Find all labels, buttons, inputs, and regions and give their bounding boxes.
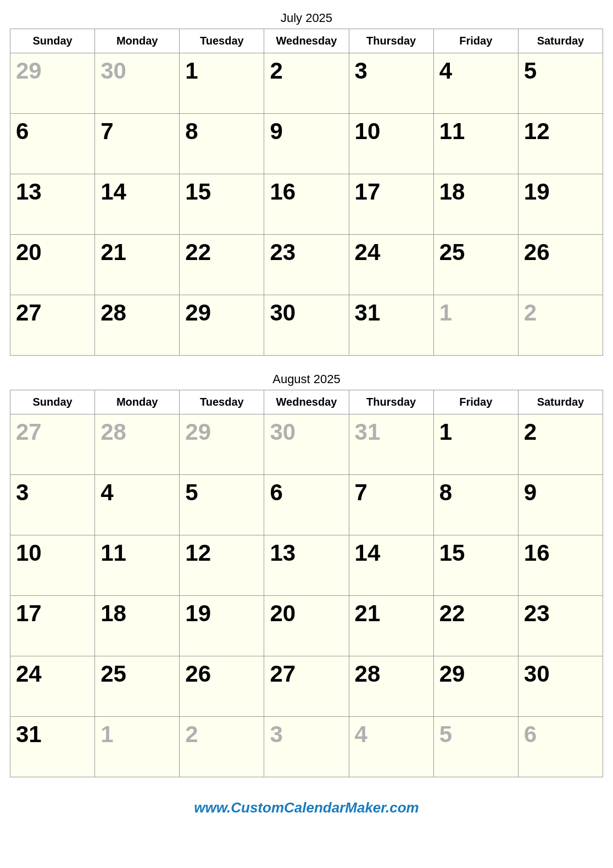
week-row: 3456789 bbox=[10, 475, 603, 535]
calendar-day: 12 bbox=[180, 535, 264, 596]
calendar-day: 9 bbox=[264, 114, 349, 174]
calendar-day: 22 bbox=[433, 596, 518, 656]
calendar-day: 2 bbox=[518, 295, 603, 356]
col-header-tuesday: Tuesday bbox=[180, 29, 264, 53]
calendar-day: 23 bbox=[518, 596, 603, 656]
calendar-day: 3 bbox=[264, 717, 349, 777]
calendar-day: 19 bbox=[180, 596, 264, 656]
week-row: 13141516171819 bbox=[10, 174, 603, 235]
calendar-day: 5 bbox=[180, 475, 264, 535]
calendar-day: 17 bbox=[349, 174, 433, 235]
calendar-day: 7 bbox=[95, 114, 180, 174]
calendar-day: 27 bbox=[10, 295, 95, 356]
website-link[interactable]: www.CustomCalendarMaker.com bbox=[194, 799, 419, 816]
calendar-day: 26 bbox=[180, 656, 264, 717]
calendar-day: 29 bbox=[10, 53, 95, 114]
col-header-tuesday: Tuesday bbox=[180, 390, 264, 414]
august-table: SundayMondayTuesdayWednesdayThursdayFrid… bbox=[10, 390, 603, 777]
col-header-saturday: Saturday bbox=[518, 29, 603, 53]
calendar-day: 21 bbox=[95, 235, 180, 295]
calendar-day: 1 bbox=[180, 53, 264, 114]
col-header-thursday: Thursday bbox=[349, 390, 433, 414]
calendar-day: 16 bbox=[264, 174, 349, 235]
calendar-day: 2 bbox=[180, 717, 264, 777]
calendar-day: 12 bbox=[518, 114, 603, 174]
calendar-day: 27 bbox=[10, 414, 95, 475]
calendar-day: 3 bbox=[349, 53, 433, 114]
calendar-day: 1 bbox=[433, 414, 518, 475]
july-header: SundayMondayTuesdayWednesdayThursdayFrid… bbox=[10, 29, 603, 53]
calendar-day: 28 bbox=[95, 414, 180, 475]
calendar-day: 31 bbox=[349, 295, 433, 356]
calendar-day: 15 bbox=[180, 174, 264, 235]
calendar-day: 10 bbox=[349, 114, 433, 174]
july-calendar: July 2025 SundayMondayTuesdayWednesdayTh… bbox=[10, 11, 603, 356]
calendar-day: 6 bbox=[264, 475, 349, 535]
calendar-day: 22 bbox=[180, 235, 264, 295]
calendar-day: 30 bbox=[518, 656, 603, 717]
august-header: SundayMondayTuesdayWednesdayThursdayFrid… bbox=[10, 390, 603, 414]
calendar-day: 25 bbox=[433, 235, 518, 295]
col-header-sunday: Sunday bbox=[10, 29, 95, 53]
calendar-day: 8 bbox=[180, 114, 264, 174]
calendar-day: 25 bbox=[95, 656, 180, 717]
calendar-day: 29 bbox=[180, 295, 264, 356]
calendar-day: 26 bbox=[518, 235, 603, 295]
calendar-day: 23 bbox=[264, 235, 349, 295]
calendar-day: 14 bbox=[95, 174, 180, 235]
calendar-day: 24 bbox=[10, 656, 95, 717]
week-row: 272829303112 bbox=[10, 414, 603, 475]
august-calendar: August 2025 SundayMondayTuesdayWednesday… bbox=[10, 372, 603, 777]
july-table: SundayMondayTuesdayWednesdayThursdayFrid… bbox=[10, 29, 603, 356]
col-header-saturday: Saturday bbox=[518, 390, 603, 414]
week-row: 293012345 bbox=[10, 53, 603, 114]
calendar-day: 10 bbox=[10, 535, 95, 596]
calendar-day: 3 bbox=[10, 475, 95, 535]
calendar-day: 1 bbox=[433, 295, 518, 356]
calendar-day: 8 bbox=[433, 475, 518, 535]
july-body: 2930123456789101112131415161718192021222… bbox=[10, 53, 603, 356]
col-header-sunday: Sunday bbox=[10, 390, 95, 414]
calendar-day: 31 bbox=[349, 414, 433, 475]
calendar-day: 16 bbox=[518, 535, 603, 596]
calendar-day: 14 bbox=[349, 535, 433, 596]
week-row: 31123456 bbox=[10, 717, 603, 777]
calendar-day: 30 bbox=[264, 414, 349, 475]
calendar-day: 29 bbox=[180, 414, 264, 475]
week-row: 6789101112 bbox=[10, 114, 603, 174]
calendar-day: 21 bbox=[349, 596, 433, 656]
calendar-day: 13 bbox=[10, 174, 95, 235]
calendar-day: 30 bbox=[264, 295, 349, 356]
calendar-day: 4 bbox=[433, 53, 518, 114]
calendar-day: 9 bbox=[518, 475, 603, 535]
calendar-day: 18 bbox=[433, 174, 518, 235]
calendar-day: 19 bbox=[518, 174, 603, 235]
calendar-day: 11 bbox=[433, 114, 518, 174]
calendar-day: 29 bbox=[433, 656, 518, 717]
calendar-day: 7 bbox=[349, 475, 433, 535]
calendar-day: 28 bbox=[95, 295, 180, 356]
calendar-day: 4 bbox=[349, 717, 433, 777]
calendar-day: 13 bbox=[264, 535, 349, 596]
july-title: July 2025 bbox=[10, 11, 603, 25]
week-row: 272829303112 bbox=[10, 295, 603, 356]
calendar-day: 15 bbox=[433, 535, 518, 596]
col-header-friday: Friday bbox=[433, 390, 518, 414]
calendar-day: 5 bbox=[518, 53, 603, 114]
calendar-day: 17 bbox=[10, 596, 95, 656]
calendar-day: 6 bbox=[518, 717, 603, 777]
calendar-day: 28 bbox=[349, 656, 433, 717]
calendar-day: 30 bbox=[95, 53, 180, 114]
calendar-day: 2 bbox=[264, 53, 349, 114]
calendar-day: 20 bbox=[10, 235, 95, 295]
col-header-wednesday: Wednesday bbox=[264, 29, 349, 53]
calendar-day: 6 bbox=[10, 114, 95, 174]
week-row: 24252627282930 bbox=[10, 656, 603, 717]
week-row: 20212223242526 bbox=[10, 235, 603, 295]
calendar-day: 2 bbox=[518, 414, 603, 475]
calendar-day: 20 bbox=[264, 596, 349, 656]
week-row: 10111213141516 bbox=[10, 535, 603, 596]
col-header-monday: Monday bbox=[95, 390, 180, 414]
col-header-thursday: Thursday bbox=[349, 29, 433, 53]
calendar-day: 24 bbox=[349, 235, 433, 295]
